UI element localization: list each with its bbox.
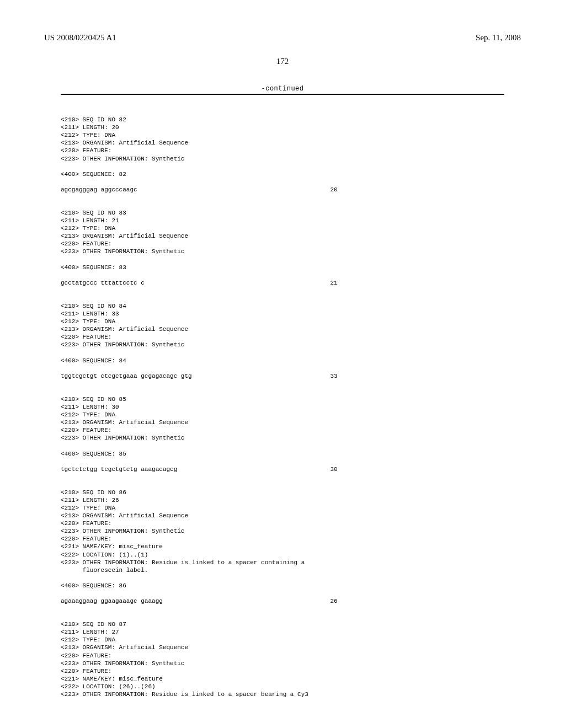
- continued-label: -continued: [61, 85, 504, 93]
- page-header: US 2008/0220425 A1 Sep. 11, 2008: [44, 33, 521, 42]
- page-number: 172: [44, 57, 521, 66]
- page: US 2008/0220425 A1 Sep. 11, 2008 172 -co…: [0, 0, 565, 728]
- continued-block: -continued: [61, 85, 504, 95]
- publication-date: Sep. 11, 2008: [476, 33, 521, 42]
- publication-number: US 2008/0220425 A1: [44, 33, 116, 42]
- rule-line: [61, 94, 504, 95]
- sequence-listing: <210> SEQ ID NO 82 <211> LENGTH: 20 <212…: [61, 100, 504, 698]
